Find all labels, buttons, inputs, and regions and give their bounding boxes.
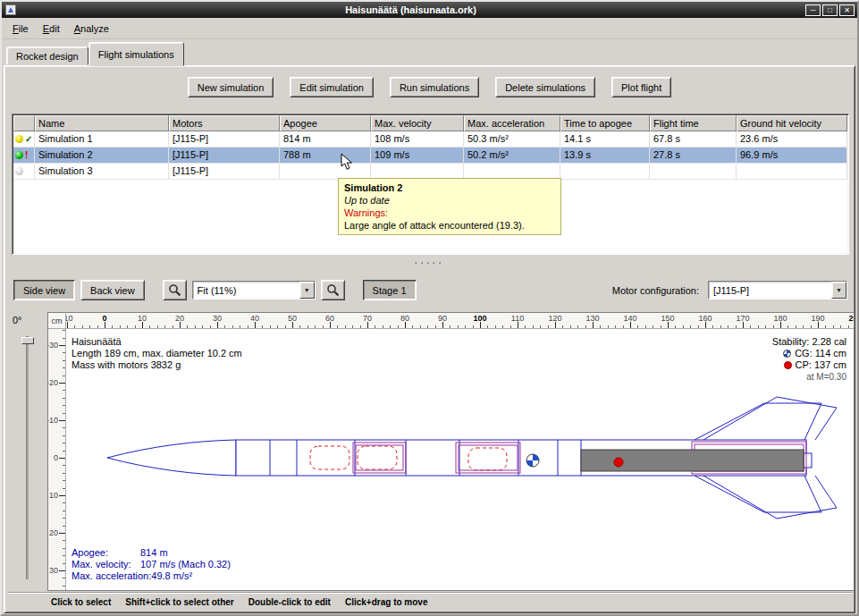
ruler-tick — [67, 322, 68, 328]
stability-info: Stability: 2.28 cal CG: 114 cm CP: 137 c… — [772, 336, 846, 383]
stage-1-button[interactable]: Stage 1 — [363, 280, 417, 300]
rocket-canvas-frame: cm -100102030405060708090100110120130140… — [47, 312, 855, 591]
column-header-ground-hit-velocity[interactable]: Ground hit velocity — [737, 115, 847, 131]
zoom-out-button[interactable] — [163, 280, 187, 300]
nose-cone[interactable] — [107, 440, 236, 476]
column-header-time-to-apogee[interactable]: Time to apogee — [560, 115, 650, 131]
delete-simulations-button[interactable]: Delete simulations — [495, 77, 595, 97]
column-header-max-velocity[interactable]: Max. velocity — [371, 115, 464, 131]
column-header-flight-time[interactable]: Flight time — [650, 115, 737, 131]
ruler-tick — [698, 325, 699, 328]
ruler-label: 120 — [548, 314, 561, 323]
table-row[interactable]: !Simulation 2[J115-P]788 m109 m/s50.2 m/… — [13, 148, 847, 164]
ruler-tick — [59, 420, 65, 421]
ruler-label: 150 — [661, 314, 674, 323]
ruler-tick — [533, 325, 534, 328]
ruler-tick — [585, 325, 586, 328]
zoom-select[interactable]: Fit (11%) ▼ — [192, 281, 316, 300]
edit-simulation-button[interactable]: Edit simulation — [290, 77, 374, 97]
ruler-tick — [105, 322, 105, 328]
tab-flight-simulations[interactable]: Flight simulations — [88, 42, 184, 66]
flight-value: 814 m — [140, 547, 168, 559]
motor-config-select[interactable]: [J115-P] ▼ — [708, 281, 847, 300]
ruler-label: 20 — [49, 528, 58, 537]
new-simulation-button[interactable]: New simulation — [188, 77, 274, 97]
run-simulations-button[interactable]: Run simulations — [390, 77, 479, 97]
flight-data-row: Max. velocity:107 m/s (Mach 0.32) — [72, 559, 231, 570]
vertical-ruler: -30-20-100102030 — [48, 329, 66, 590]
chevron-down-icon[interactable]: ▼ — [831, 282, 846, 299]
rocket-canvas[interactable]: Haisunäätä Length 189 cm, max. diameter … — [66, 329, 854, 590]
ruler-tick — [690, 325, 691, 328]
panel-splitter[interactable] — [4, 257, 855, 270]
ruler-tick — [149, 325, 150, 328]
minimize-button[interactable]: ─ — [805, 4, 821, 16]
ruler-tick — [97, 325, 98, 328]
ruler-tick — [63, 526, 65, 527]
app-icon[interactable] — [5, 4, 16, 15]
ruler-tick — [240, 325, 240, 328]
hint-text: Double-click to edit — [248, 597, 331, 607]
tooltip-warning-label: Warnings: — [344, 207, 555, 219]
ruler-tick — [360, 325, 361, 328]
flight-label: Max. acceleration: — [72, 570, 151, 582]
menu-analyze[interactable]: Analyze — [67, 20, 116, 38]
ruler-label: 100 — [473, 314, 486, 323]
cell-motors: [J115-P] — [169, 131, 280, 147]
ruler-tick — [63, 405, 65, 406]
maximize-button[interactable]: □ — [822, 4, 838, 16]
ruler-tick — [427, 325, 428, 328]
cp-marker — [614, 458, 623, 467]
column-header-motors[interactable]: Motors — [169, 115, 280, 131]
cg-marker — [526, 454, 539, 467]
ruler-label: 110 — [511, 314, 524, 323]
check-icon: ✓ — [25, 135, 32, 143]
column-header-apogee[interactable]: Apogee — [280, 115, 371, 131]
ruler-tick — [405, 322, 406, 328]
rotation-slider[interactable] — [26, 336, 29, 579]
ruler-tick — [195, 325, 196, 328]
status-cell — [13, 164, 35, 179]
ruler-tick — [750, 325, 751, 328]
flight-label: Apogee: — [72, 547, 140, 559]
ruler-tick — [63, 480, 65, 481]
cell-apogee: 788 m — [280, 148, 371, 163]
ruler-label: -10 — [66, 314, 73, 323]
ruler-tick — [224, 325, 225, 328]
ruler-tick — [63, 338, 65, 339]
column-header-max-acceleration[interactable]: Max. acceleration — [464, 115, 560, 131]
ruler-label: 50 — [288, 314, 297, 323]
cp-value: CP: 137 cm — [796, 359, 846, 371]
warning-icon: ! — [25, 151, 28, 159]
menu-edit[interactable]: Edit — [36, 20, 67, 38]
side-view-button[interactable]: Side view — [13, 280, 75, 300]
window-title: Haisunäätä (haisunaata.ork) — [16, 4, 805, 15]
ruler-tick — [120, 325, 121, 328]
title-bar[interactable]: Haisunäätä (haisunaata.ork) ─ □ ✕ — [2, 2, 857, 18]
cg-icon — [783, 350, 791, 358]
ruler-tick — [608, 325, 609, 328]
close-button[interactable]: ✕ — [839, 4, 855, 16]
column-header-name[interactable]: Name — [35, 115, 169, 131]
ruler-tick — [840, 325, 841, 328]
ruler-tick — [728, 325, 728, 328]
tooltip-status: Up to date — [344, 194, 555, 207]
zoom-in-button[interactable] — [321, 280, 345, 300]
plot-flight-button[interactable]: Plot flight — [611, 77, 671, 97]
ruler-tick — [330, 322, 331, 328]
table-row[interactable]: ✓Simulation 1[J115-P]814 m108 m/s50.3 m/… — [13, 131, 847, 148]
rotation-slider-handle[interactable] — [21, 337, 34, 344]
ruler-tick — [412, 325, 413, 328]
cell-ground-hit-velocity: 23.6 m/s — [737, 131, 847, 147]
column-header-status[interactable] — [13, 115, 35, 131]
ruler-tick — [811, 325, 812, 328]
ruler-tick — [787, 325, 788, 328]
ruler-tick — [758, 325, 759, 328]
chevron-down-icon[interactable]: ▼ — [299, 282, 315, 299]
tab-rocket-design[interactable]: Rocket design — [6, 46, 88, 65]
back-view-button[interactable]: Back view — [80, 280, 145, 300]
ruler-tick — [63, 563, 65, 564]
menu-file[interactable]: File — [5, 20, 36, 38]
ruler-tick — [712, 325, 713, 328]
ruler-tick — [803, 325, 804, 328]
